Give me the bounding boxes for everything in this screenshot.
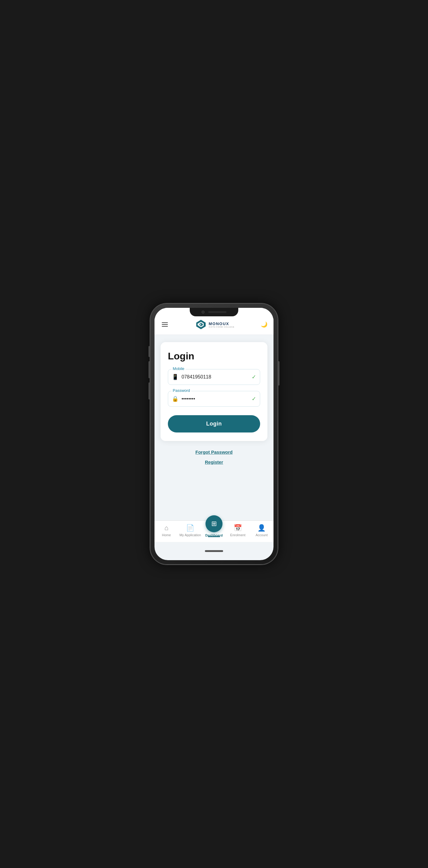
dark-mode-button[interactable]: 🌙 (261, 321, 267, 328)
home-indicator (205, 550, 223, 552)
hamburger-line-3 (162, 326, 168, 327)
link-section: Forgot Password Register (161, 450, 267, 465)
nav-item-my-application[interactable]: 📄 My Application (178, 524, 202, 537)
forgot-password-link[interactable]: Forgot Password (161, 450, 267, 455)
lock-icon: 🔒 (172, 396, 178, 402)
app-screen: MX MONOUX SIXTH FORM COLLEGE 🌙 Login M (154, 308, 274, 542)
logo-text: MONOUX (208, 321, 234, 326)
mobile-field-wrapper: Mobile 📱 07841950118 ✓ (168, 369, 260, 385)
phone-notch (190, 308, 238, 316)
password-field-wrapper: Password 🔒 •••••••• ✓ (168, 391, 260, 407)
login-button[interactable]: Login (168, 415, 260, 432)
mobile-input-row[interactable]: 📱 07841950118 ✓ (168, 369, 260, 385)
nav-item-dashboard[interactable]: ⊞ Dashboard (202, 524, 226, 537)
app-content: Login Mobile 📱 07841950118 ✓ Password (154, 335, 274, 521)
dashboard-grid-icon: ⊞ (211, 520, 217, 528)
active-indicator (208, 536, 220, 537)
password-check-icon: ✓ (252, 396, 256, 402)
phone-bottom (154, 542, 274, 560)
application-icon: 📄 (186, 524, 194, 532)
mobile-check-icon: ✓ (252, 374, 256, 380)
home-icon: ⌂ (165, 524, 169, 532)
enrolment-label: Enrolment (230, 533, 245, 537)
enrolment-icon: 📅 (234, 524, 242, 532)
nav-item-account[interactable]: 👤 Account (250, 524, 274, 537)
dashboard-circle-button[interactable]: ⊞ (205, 515, 223, 532)
svg-text:MX: MX (197, 323, 202, 326)
nav-item-enrolment[interactable]: 📅 Enrolment (226, 524, 250, 537)
logo: MX MONOUX SIXTH FORM COLLEGE (195, 319, 234, 330)
account-icon: 👤 (257, 524, 266, 532)
speaker (208, 311, 226, 313)
camera (202, 311, 205, 314)
bottom-nav: ⌂ Home 📄 My Application ⊞ Dashboard 📅 (154, 521, 274, 542)
hamburger-button[interactable] (161, 321, 169, 328)
hamburger-line-2 (162, 324, 168, 325)
my-application-label: My Application (179, 533, 201, 537)
password-value: •••••••• (181, 396, 249, 402)
login-card: Login Mobile 📱 07841950118 ✓ Password (161, 342, 267, 441)
mobile-icon: 📱 (172, 374, 178, 380)
mobile-value: 07841950118 (181, 374, 249, 380)
home-label: Home (162, 533, 171, 537)
register-link[interactable]: Register (161, 460, 267, 465)
password-label: Password (171, 388, 191, 393)
hamburger-line-1 (162, 322, 168, 323)
mobile-label: Mobile (171, 366, 186, 371)
login-title: Login (168, 350, 260, 362)
logo-icon: MX (195, 319, 207, 330)
nav-item-home[interactable]: ⌂ Home (154, 524, 178, 537)
password-input-row[interactable]: 🔒 •••••••• ✓ (168, 391, 260, 407)
account-label: Account (256, 533, 268, 537)
logo-subtitle: SIXTH FORM COLLEGE (208, 326, 234, 328)
